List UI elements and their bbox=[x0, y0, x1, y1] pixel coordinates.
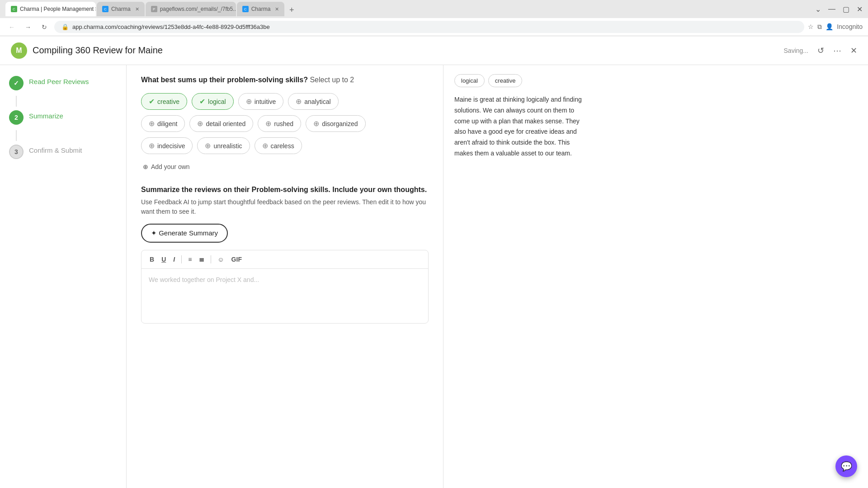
step-3-indicator: 3 bbox=[9, 145, 24, 159]
tag-creative-icon: ✔ bbox=[149, 97, 155, 106]
tag-careless-label: careless bbox=[271, 142, 294, 150]
gif-button[interactable]: GIF bbox=[229, 254, 245, 265]
restore-icon[interactable]: ▢ bbox=[843, 5, 849, 14]
app-header: M Compiling 360 Review for Maine Saving.… bbox=[0, 36, 868, 65]
address-bar[interactable]: 🔒 app.charma.com/coaching/reviews/1253e8… bbox=[54, 21, 804, 33]
tag-intuitive-icon: ⊕ bbox=[246, 97, 252, 106]
tag-disorganized-icon: ⊕ bbox=[313, 119, 319, 128]
tag-careless[interactable]: ⊕ careless bbox=[255, 137, 302, 154]
tag-analytical[interactable]: ⊕ analytical bbox=[288, 93, 338, 110]
toolbar-separator-2 bbox=[211, 255, 211, 263]
page-title: Compiling 360 Review for Maine bbox=[33, 45, 163, 56]
tag-detail-label: detail oriented bbox=[206, 120, 245, 127]
tag-analytical-label: analytical bbox=[304, 98, 330, 105]
tag-diligent-label: diligent bbox=[157, 120, 177, 127]
sidebar: ✓ Read Peer Reviews 2 Summarize 3 Confir… bbox=[0, 65, 127, 488]
tag-diligent-icon: ⊕ bbox=[149, 119, 155, 128]
tab-charma-1[interactable]: C Charma | People Management S... ✕ bbox=[5, 2, 96, 16]
tag-intuitive-label: intuitive bbox=[255, 98, 276, 105]
tab-close-4[interactable]: ✕ bbox=[275, 6, 279, 12]
editor-body[interactable]: We worked together on Project X and... bbox=[142, 269, 428, 323]
add-own-button[interactable]: ⊕ Add your own bbox=[141, 160, 429, 174]
tag-logical-label: logical bbox=[208, 98, 226, 105]
tag-creative[interactable]: ✔ creative bbox=[141, 93, 187, 110]
unordered-list-button[interactable]: ≡ bbox=[185, 254, 194, 265]
tab-favicon-2: C bbox=[102, 6, 108, 12]
back-button[interactable]: ← bbox=[5, 21, 18, 33]
question-heading: What best sums up their problem-solving … bbox=[141, 76, 429, 84]
tab-close-2[interactable]: ✕ bbox=[135, 6, 139, 12]
generate-summary-button[interactable]: ✦ Generate Summary bbox=[141, 224, 228, 243]
tag-unrealistic-icon: ⊕ bbox=[205, 141, 211, 150]
center-panel: What best sums up their problem-solving … bbox=[127, 65, 443, 488]
address-text: app.charma.com/coaching/reviews/1253e8dd… bbox=[72, 23, 797, 30]
tag-disorganized[interactable]: ⊕ disorganized bbox=[306, 115, 365, 132]
step-3-label[interactable]: Confirm & Submit bbox=[29, 145, 82, 154]
tag-indecisive-icon: ⊕ bbox=[149, 141, 155, 150]
forward-button[interactable]: → bbox=[22, 21, 34, 33]
tab-pageflows[interactable]: P pageflows.com/_emails/_/7fb5... ✕ bbox=[146, 2, 236, 16]
step-1-label[interactable]: Read Peer Reviews bbox=[29, 76, 89, 85]
step-1-indicator: ✓ bbox=[9, 76, 24, 90]
editor-container: B U I ≡ ≣ ☺ GIF We worked together on Pr… bbox=[141, 250, 429, 324]
browser-addressbar: ← → ↻ 🔒 app.charma.com/coaching/reviews/… bbox=[0, 18, 868, 36]
underline-button[interactable]: U bbox=[159, 254, 169, 265]
right-tag-creative: creative bbox=[488, 74, 523, 87]
tab-label-2: Charma bbox=[111, 6, 131, 12]
tab-favicon-3: P bbox=[151, 6, 157, 12]
tag-intuitive[interactable]: ⊕ intuitive bbox=[238, 93, 283, 110]
peer-review-text: Maine is great at thinking logically and… bbox=[454, 94, 586, 159]
bold-button[interactable]: B bbox=[147, 254, 157, 265]
tag-unrealistic[interactable]: ⊕ unrealistic bbox=[197, 137, 250, 154]
tags-row-3: ⊕ indecisive ⊕ unrealistic ⊕ careless bbox=[141, 137, 429, 154]
tag-diligent[interactable]: ⊕ diligent bbox=[141, 115, 185, 132]
right-panel-tags: logical creative bbox=[454, 74, 586, 87]
history-icon[interactable]: ↺ bbox=[817, 46, 824, 56]
chat-bubble-button[interactable]: 💬 bbox=[835, 455, 857, 477]
tag-analytical-icon: ⊕ bbox=[296, 97, 302, 106]
add-own-icon: ⊕ bbox=[143, 163, 148, 170]
browser-chrome: C Charma | People Management S... ✕ C Ch… bbox=[0, 0, 868, 36]
editor-placeholder: We worked together on Project X and... bbox=[149, 276, 259, 283]
reload-button[interactable]: ↻ bbox=[38, 21, 51, 33]
tag-logical[interactable]: ✔ logical bbox=[192, 93, 234, 110]
toolbar-separator-1 bbox=[181, 255, 182, 263]
right-panel: logical creative Maine is great at think… bbox=[443, 65, 597, 488]
tags-row-1: ✔ creative ✔ logical ⊕ intuitive ⊕ analy… bbox=[141, 93, 429, 110]
tab-favicon-1: C bbox=[11, 6, 17, 12]
tab-dropdown-icon[interactable]: ⌄ bbox=[815, 5, 821, 14]
tag-indecisive-label: indecisive bbox=[157, 142, 185, 150]
tab-charma-2[interactable]: C Charma ✕ bbox=[97, 2, 145, 16]
tag-rushed[interactable]: ⊕ rushed bbox=[258, 115, 301, 132]
lock-icon: 🔒 bbox=[61, 23, 69, 30]
ordered-list-button[interactable]: ≣ bbox=[196, 254, 207, 265]
add-own-label: Add your own bbox=[151, 163, 190, 170]
header-actions: Saving... ↺ ⋯ ✕ bbox=[784, 46, 857, 56]
summarize-subtext: Use Feedback AI to jump start thoughtful… bbox=[141, 197, 429, 216]
saving-indicator: Saving... bbox=[784, 47, 808, 54]
star-icon[interactable]: ☆ bbox=[808, 23, 814, 31]
question-text: What best sums up their problem-solving … bbox=[141, 76, 308, 84]
summarize-heading: Summarize the reviews on their Problem-s… bbox=[141, 185, 429, 195]
tab-charma-4[interactable]: C Charma ✕ bbox=[237, 2, 285, 16]
step-2-label[interactable]: Summarize bbox=[29, 110, 63, 120]
tag-rushed-icon: ⊕ bbox=[265, 119, 271, 128]
close-window-icon[interactable]: ✕ bbox=[857, 5, 863, 14]
close-icon[interactable]: ✕ bbox=[850, 46, 857, 56]
italic-button[interactable]: I bbox=[170, 254, 178, 265]
more-options-icon[interactable]: ⋯ bbox=[833, 46, 841, 56]
tab-favicon-4: C bbox=[242, 6, 249, 12]
editor-toolbar: B U I ≡ ≣ ☺ GIF bbox=[142, 250, 428, 269]
emoji-button[interactable]: ☺ bbox=[215, 254, 226, 265]
tab-label-4: Charma bbox=[251, 6, 271, 12]
minimize-icon[interactable]: — bbox=[828, 5, 835, 13]
profile-icon[interactable]: 👤 bbox=[826, 23, 833, 31]
tag-indecisive[interactable]: ⊕ indecisive bbox=[141, 137, 193, 154]
new-tab-button[interactable]: + bbox=[285, 4, 298, 16]
tag-detail-oriented[interactable]: ⊕ detail oriented bbox=[189, 115, 253, 132]
step-connector-2 bbox=[16, 130, 17, 141]
sidebar-step-3: 3 Confirm & Submit bbox=[9, 145, 117, 159]
address-icons: ☆ ⧉ 👤 Incognito bbox=[808, 23, 863, 31]
select-hint: Select up to 2 bbox=[310, 76, 354, 84]
extensions-icon[interactable]: ⧉ bbox=[817, 23, 822, 31]
